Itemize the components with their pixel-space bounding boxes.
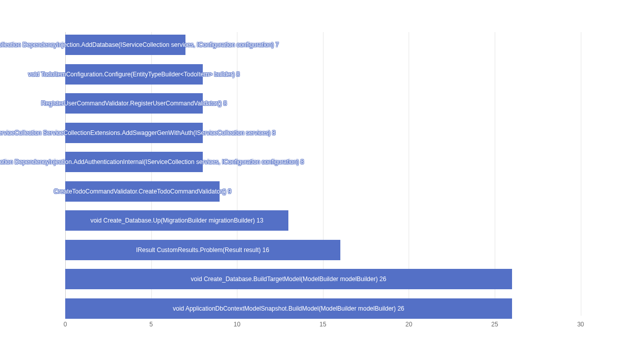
bar-label: IResult CustomResults.Problem(Result res… xyxy=(136,246,269,254)
bar-label: RegisterUserCommandValidator.RegisterUse… xyxy=(41,100,227,107)
x-tick: 25 xyxy=(491,321,498,328)
bar-label: CreateTodoCommandValidator.CreateTodoCom… xyxy=(54,188,231,195)
bar-label: void Create_Database.Up(MigrationBuilder… xyxy=(90,217,263,224)
bar-label: void ApplicationDbContextModelSnapshot.B… xyxy=(173,305,404,312)
bar-label: void Create_Database.BuildTargetModel(Mo… xyxy=(191,275,387,283)
bar-label: IServiceCollection DependencyInjection.A… xyxy=(0,41,279,48)
gridline xyxy=(581,32,581,316)
bar-label: IServiceCollection DependencyInjection.A… xyxy=(0,158,304,165)
bar-label: IServiceCollection ServiceCollectionExte… xyxy=(0,129,276,136)
x-tick: 30 xyxy=(577,321,584,328)
x-tick: 5 xyxy=(149,321,153,328)
x-tick: 10 xyxy=(234,321,240,328)
bar-chart: 0 5 10 15 20 25 30 IServiceCollection De… xyxy=(0,0,644,359)
bar-label: void TodoItemConfiguration.Configure(Ent… xyxy=(28,71,239,78)
x-tick: 0 xyxy=(64,321,67,328)
x-tick: 15 xyxy=(319,321,326,328)
x-tick: 20 xyxy=(406,321,412,328)
